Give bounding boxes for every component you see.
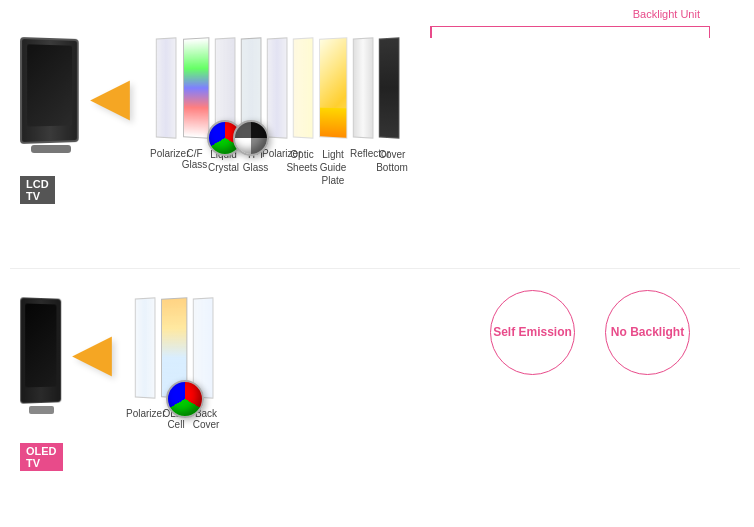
label-polarizer1: Polarizer	[150, 148, 178, 159]
oled-arrow: ◀	[72, 326, 112, 378]
lcd-cf-glass	[182, 38, 210, 138]
oled-color-ball	[166, 380, 204, 418]
lcd-tv-label: LCD TV	[20, 176, 55, 204]
backlight-bracket: Backlight Unit	[430, 8, 710, 28]
label-oled-polarizer: Polarizer	[126, 408, 158, 419]
label-cover-bottom: CoverBottom	[372, 148, 412, 174]
backlight-unit-label: Backlight Unit	[633, 8, 700, 20]
no-backlight-label: No Backlight	[611, 325, 684, 341]
no-backlight-circle: No Backlight	[605, 290, 690, 375]
lcd-liquid-crystal	[214, 38, 236, 138]
lcd-arrow: ◀	[90, 70, 130, 122]
label-light-guide: LightGuide Plate	[312, 148, 354, 187]
lcd-polarizer2	[266, 38, 288, 138]
lcd-tv-body	[20, 37, 79, 144]
self-emission-circle: Self Emission	[490, 290, 575, 375]
feature-circles: Self Emission No Backlight	[490, 290, 690, 375]
lcd-light-guide	[318, 38, 348, 138]
lcd-polarizer1	[155, 38, 177, 138]
oled-polarizer	[134, 298, 156, 398]
oled-tv-base	[29, 406, 54, 414]
lcd-tft-gray-ball	[240, 38, 262, 138]
lcd-cover-bottom	[378, 38, 400, 138]
lcd-reflector	[352, 38, 374, 138]
oled-tv-label: OLED TV	[20, 443, 63, 471]
oled-tv-icon	[20, 298, 62, 414]
oled-tv-screen	[25, 303, 56, 387]
lcd-tv-base	[31, 145, 71, 153]
lcd-optic-sheets	[292, 38, 314, 138]
self-emission-label: Self Emission	[493, 325, 572, 341]
lcd-tv-icon	[20, 38, 82, 153]
oled-tv-body	[20, 297, 61, 404]
diagram-container: Backlight Unit ◀	[0, 0, 754, 527]
lcd-tv-screen	[27, 44, 72, 126]
section-divider	[10, 268, 740, 269]
